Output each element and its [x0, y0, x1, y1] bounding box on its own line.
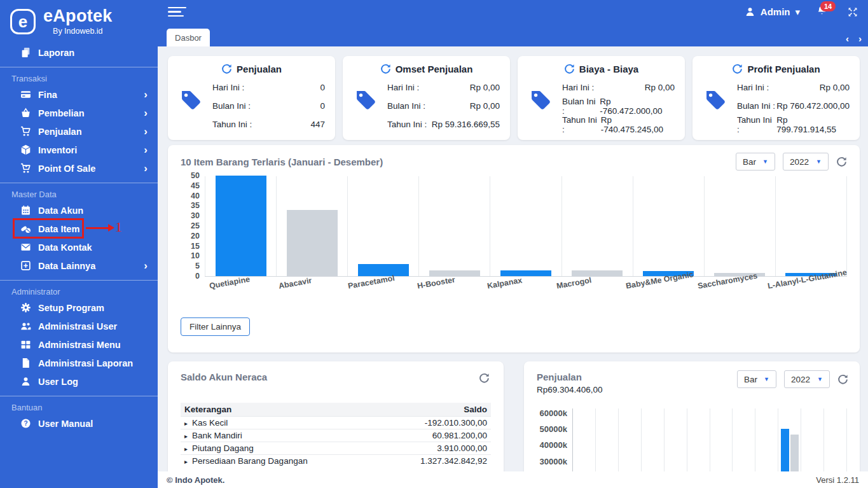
top-items-chart-panel: 10 Item Barang Terlaris (Januari - Desem… — [168, 145, 860, 352]
bar-Kalpanax — [500, 270, 551, 276]
refresh-icon[interactable] — [837, 374, 848, 385]
stat-label: Bulan Ini : — [737, 101, 775, 111]
chart-year-select[interactable]: 2022 ▼ — [784, 370, 830, 388]
stat-label: Hari Ini : — [212, 83, 244, 92]
filter-lainnya-button[interactable]: Filter Lainnya — [181, 317, 250, 336]
copy-icon — [20, 47, 31, 58]
tag-icon — [179, 88, 202, 111]
users-icon — [20, 321, 31, 331]
account-saldo: 3.910.000,00 — [378, 442, 491, 454]
card-title: Omset Penjualan — [396, 64, 473, 74]
sidebar-item-data-item[interactable]: Data Item — [0, 220, 158, 238]
summary-card-profit-penjualan: Profit Penjualan Hari Ini :Rp 0,00 Bulan… — [692, 56, 860, 140]
refresh-icon[interactable] — [836, 157, 847, 167]
sidebar-item-label: Pembelian — [38, 108, 85, 118]
stat-value: Rp -740.475.245,00 — [601, 115, 675, 134]
account-name: Bank Mandiri — [192, 431, 242, 440]
refresh-icon[interactable] — [479, 373, 490, 384]
grid-icon — [20, 339, 31, 350]
sidebar-item-administrasi-user[interactable]: Administrasi User — [0, 317, 158, 335]
cart-icon — [20, 126, 31, 137]
caret-down-icon: ▼ — [764, 376, 769, 382]
stat-label: Tahun Ini : — [212, 120, 252, 129]
refresh-icon[interactable] — [564, 64, 575, 74]
sidebar-item-penjualan[interactable]: Penjualan › — [0, 122, 158, 141]
stat-value: 447 — [310, 120, 325, 129]
bar-H-Booster — [429, 270, 480, 276]
sidebar-toggle-button[interactable] — [168, 7, 186, 17]
sidebar-item-inventori[interactable]: Inventori › — [0, 141, 158, 159]
column-header-keterangan: Keterangan — [181, 403, 378, 416]
sidebar-item-pembelian[interactable]: Pembelian › — [0, 104, 158, 122]
sidebar-item-data-akun[interactable]: Data Akun — [0, 201, 158, 220]
sidebar-item-user-log[interactable]: User Log — [0, 372, 158, 391]
bar-Macrogol — [572, 270, 623, 276]
card-title: Penjualan — [237, 64, 282, 74]
account-name: Piutang Dagang — [192, 443, 254, 453]
sidebar-item-user-manual[interactable]: ? User Manual — [0, 414, 158, 433]
stat-label: Hari Ini : — [387, 83, 419, 92]
refresh-icon[interactable] — [732, 64, 743, 74]
table-row[interactable]: ▸Kas Kecil -192.010.300,00 — [181, 416, 491, 429]
chart-year-value: 2022 — [790, 157, 809, 167]
chart-year-select[interactable]: 2022 ▼ — [783, 153, 829, 171]
fullscreen-icon[interactable] — [848, 7, 858, 17]
sidebar-item-data-kontak[interactable]: Data Kontak — [0, 238, 158, 256]
sidebar: e eApotek By Indoweb.id Laporan Transaks… — [0, 0, 158, 488]
tabbar: Dasbor ‹ › — [158, 24, 868, 46]
table-row[interactable]: ▸Bank Mandiri 60.981.200,00 — [181, 429, 491, 442]
app-logo-icon: e — [10, 9, 36, 34]
sidebar-item-label: User Manual — [38, 419, 93, 429]
refresh-icon[interactable] — [221, 64, 232, 74]
divider — [0, 280, 158, 281]
eapotek-dashboard: e eApotek By Indoweb.id Laporan Transaks… — [0, 0, 868, 488]
user-menu[interactable]: Admin ▾ — [745, 6, 800, 18]
notifications-button[interactable]: 14 — [816, 5, 827, 18]
credit-card-icon — [20, 89, 31, 100]
chart-type-select[interactable]: Bar ▼ — [736, 153, 775, 171]
sidebar-item-laporan[interactable]: Laporan — [0, 43, 158, 62]
stat-value: 0 — [320, 101, 325, 111]
user-icon — [20, 376, 31, 387]
stat-label: Tahun Ini : — [737, 115, 776, 134]
account-saldo: -192.010.300,00 — [378, 416, 491, 429]
top-items-bar-chart: 50454035302520151050 QuetiapineAbacavirP… — [181, 176, 847, 303]
copyright-text: © Indo Apotek. — [167, 475, 224, 485]
gear-icon — [20, 302, 31, 313]
chevron-right-icon: › — [144, 89, 148, 100]
panel-title: Saldo Akun Neraca — [181, 372, 491, 382]
notification-badge: 14 — [820, 1, 836, 11]
caret-down-icon: ▼ — [762, 158, 768, 165]
summary-card-omset-penjualan: Omset Penjualan Hari Ini :Rp 0,00 Bulan … — [343, 56, 510, 140]
chart-year-value: 2022 — [791, 375, 810, 384]
account-name: Persediaan Barang Dagangan — [192, 456, 308, 466]
annotation-arrow — [86, 227, 109, 229]
tab-scroll-left-icon[interactable]: ‹ — [846, 33, 849, 44]
divider — [0, 396, 158, 396]
footer: © Indo Apotek. Versi 1.2.11 — [158, 471, 868, 488]
sidebar-item-data-lainnya[interactable]: Data Lainnya › — [0, 256, 158, 275]
chart-type-select[interactable]: Bar ▼ — [737, 370, 776, 388]
caret-down-icon: ▾ — [795, 6, 800, 18]
main-content: Penjualan Hari Ini :0 Bulan Ini :0 Tahun… — [158, 46, 868, 488]
bar-Paracetamol — [358, 264, 409, 276]
refresh-icon[interactable] — [380, 64, 391, 74]
tab-scroll-right-icon[interactable]: › — [858, 33, 862, 44]
sidebar-item-point-of-sale[interactable]: Point Of Sale › — [0, 159, 158, 178]
section-label-administrator: Administrator — [0, 286, 158, 298]
sidebar-item-label: Data Lainnya — [38, 261, 95, 271]
y-axis-ticks: 50454035302520151050 — [181, 176, 205, 303]
sidebar-item-administrasi-menu[interactable]: Administrasi Menu — [0, 335, 158, 354]
chart-type-value: Bar — [744, 375, 757, 384]
tab-dasbor[interactable]: Dasbor — [167, 29, 210, 46]
sidebar-item-label: Setup Program — [38, 303, 104, 313]
sidebar-item-fina[interactable]: Fina › — [0, 85, 158, 104]
stat-value: Rp 0,00 — [470, 83, 500, 92]
sidebar-item-setup-program[interactable]: Setup Program — [0, 298, 158, 317]
table-row[interactable]: ▸Piutang Dagang 3.910.000,00 — [181, 442, 491, 454]
sidebar-item-administrasi-laporan[interactable]: Administrasi Laporan — [0, 354, 158, 372]
table-row[interactable]: ▸Persediaan Barang Dagangan 1.327.342.84… — [181, 454, 491, 467]
account-name: Kas Kecil — [192, 418, 228, 428]
chevron-right-icon: › — [144, 163, 148, 174]
stat-label: Tahun Ini : — [562, 115, 601, 134]
